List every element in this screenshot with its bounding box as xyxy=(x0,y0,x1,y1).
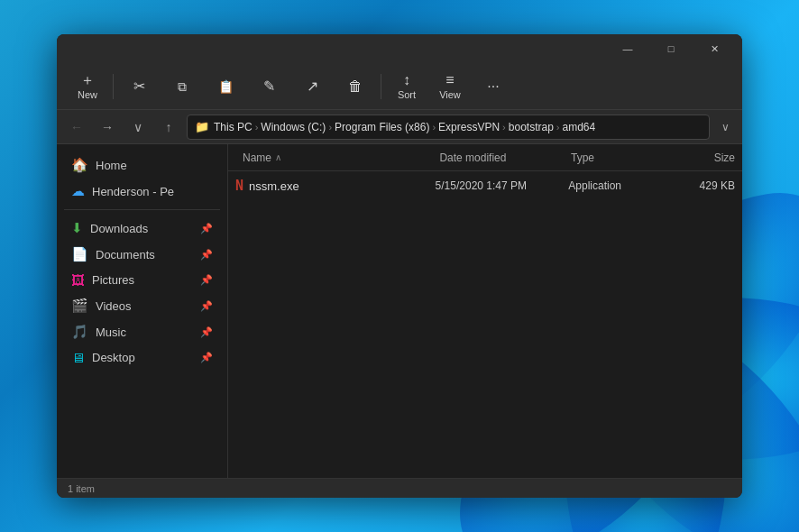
cloud-icon: ☁ xyxy=(71,183,85,199)
address-chevron-button[interactable]: ∨ xyxy=(715,115,735,140)
explorer-window: — □ ✕ ＋ New ✂ ⧉ 📋 ✎ ↗ 🗑 ↕ xyxy=(57,34,742,498)
file-size: 429 KB xyxy=(668,179,735,192)
sidebar-item-onedrive-label: Henderson - Pe xyxy=(92,185,213,198)
minimize-button[interactable]: — xyxy=(607,34,648,63)
delete-button[interactable]: 🗑 xyxy=(335,67,375,106)
address-path[interactable]: 📁 This PC › Windows (C:) › Program Files… xyxy=(187,115,710,140)
file-name: nssm.exe xyxy=(249,179,299,193)
cut-button[interactable]: ✂ xyxy=(119,67,159,106)
pin-icon-6: 📌 xyxy=(200,352,213,363)
path-segment-bootstrap[interactable]: bootstrap xyxy=(509,121,554,133)
col-header-size[interactable]: Size xyxy=(669,151,735,164)
sidebar-divider xyxy=(64,209,220,210)
sidebar-item-music-label: Music xyxy=(96,326,193,339)
music-icon: 🎵 xyxy=(71,324,88,340)
title-bar: — □ ✕ xyxy=(57,34,742,63)
pin-icon: 📌 xyxy=(200,223,213,234)
col-header-type[interactable]: Type xyxy=(571,151,669,164)
close-button[interactable]: ✕ xyxy=(693,34,735,63)
exe-icon: N xyxy=(235,178,243,194)
sidebar-item-desktop[interactable]: 🖥 Desktop 📌 xyxy=(60,345,224,370)
more-icon: ··· xyxy=(487,79,499,94)
path-segment-this-pc[interactable]: This PC xyxy=(214,121,253,133)
pin-icon-2: 📌 xyxy=(200,249,213,261)
view-icon: ≡ xyxy=(445,73,454,87)
path-segment-amd64[interactable]: amd64 xyxy=(563,121,596,133)
path-segment-program-files[interactable]: Program Files (x86) xyxy=(335,121,429,133)
file-date: 5/15/2020 1:47 PM xyxy=(436,179,569,192)
file-type: Application xyxy=(568,179,668,192)
file-row[interactable]: N nssm.exe 5/15/2020 1:47 PM Application… xyxy=(228,171,742,200)
file-list-header: Name ∧ Date modified Type Size xyxy=(228,144,742,171)
videos-icon: 🎬 xyxy=(71,298,88,314)
separator-1 xyxy=(113,74,114,99)
rename-icon: ✎ xyxy=(263,79,275,94)
new-label: New xyxy=(78,89,97,100)
sort-label: Sort xyxy=(398,89,416,100)
status-bar: 1 item xyxy=(57,478,742,498)
col-header-date[interactable]: Date modified xyxy=(439,151,571,164)
col-header-name[interactable]: Name ∧ xyxy=(235,151,439,164)
maximize-button[interactable]: □ xyxy=(650,34,692,63)
home-icon: 🏠 xyxy=(71,157,88,173)
view-label: View xyxy=(439,89,461,100)
paste-button[interactable]: 📋 xyxy=(206,67,245,106)
share-icon: ↗ xyxy=(307,79,318,94)
paste-icon: 📋 xyxy=(218,80,234,93)
sidebar-item-videos-label: Videos xyxy=(96,299,193,313)
more-button[interactable]: ··· xyxy=(473,67,513,106)
rename-button[interactable]: ✎ xyxy=(249,67,289,106)
expand-button[interactable]: ∨ xyxy=(125,115,151,140)
sidebar-item-documents[interactable]: 📄 Documents 📌 xyxy=(60,242,224,267)
pin-icon-4: 📌 xyxy=(200,300,213,312)
sidebar-item-home[interactable]: 🏠 Home xyxy=(60,152,224,178)
sidebar-item-downloads-label: Downloads xyxy=(90,222,193,235)
sidebar-item-documents-label: Documents xyxy=(96,248,193,261)
sidebar-item-downloads[interactable]: ⬇ Downloads 📌 xyxy=(60,216,224,241)
path-segment-windows-c[interactable]: Windows (C:) xyxy=(261,121,326,133)
back-button[interactable]: ← xyxy=(64,115,89,140)
address-bar: ← → ∨ ↑ 📁 This PC › Windows (C:) › Progr… xyxy=(57,110,742,144)
share-button[interactable]: ↗ xyxy=(292,67,332,106)
sidebar-item-desktop-label: Desktop xyxy=(92,351,193,364)
sidebar: 🏠 Home ☁ Henderson - Pe ⬇ Downloads 📌 📄 … xyxy=(57,144,228,478)
sidebar-item-home-label: Home xyxy=(96,159,213,172)
status-text: 1 item xyxy=(68,483,95,494)
file-area: Name ∧ Date modified Type Size N nssm.ex… xyxy=(228,144,742,478)
folder-icon: 📁 xyxy=(195,120,209,133)
file-name-cell: N nssm.exe xyxy=(235,178,436,194)
path-segment-expressvpn[interactable]: ExpressVPN xyxy=(438,121,500,133)
sidebar-item-videos[interactable]: 🎬 Videos 📌 xyxy=(60,293,224,318)
pictures-icon: 🖼 xyxy=(71,272,85,288)
sort-icon: ↕ xyxy=(403,73,410,87)
title-bar-controls: — □ ✕ xyxy=(607,34,735,63)
pin-icon-3: 📌 xyxy=(200,274,213,286)
forward-button[interactable]: → xyxy=(95,115,120,140)
sidebar-item-music[interactable]: 🎵 Music 📌 xyxy=(60,319,224,344)
new-icon: ＋ xyxy=(80,73,95,87)
sort-arrow-name: ∧ xyxy=(275,152,281,162)
documents-icon: 📄 xyxy=(71,246,88,262)
separator-2 xyxy=(381,74,381,99)
delete-icon: 🗑 xyxy=(348,79,363,94)
sidebar-item-pictures-label: Pictures xyxy=(92,273,193,287)
copy-icon: ⧉ xyxy=(178,80,187,93)
up-button[interactable]: ↑ xyxy=(156,115,181,140)
pin-icon-5: 📌 xyxy=(200,326,213,338)
desktop-icon: 🖥 xyxy=(71,350,85,365)
copy-button[interactable]: ⧉ xyxy=(162,67,202,106)
main-area: 🏠 Home ☁ Henderson - Pe ⬇ Downloads 📌 📄 … xyxy=(57,144,742,478)
sidebar-item-pictures[interactable]: 🖼 Pictures 📌 xyxy=(60,268,224,292)
toolbar: ＋ New ✂ ⧉ 📋 ✎ ↗ 🗑 ↕ Sort ≡ View xyxy=(57,63,742,110)
sidebar-item-onedrive[interactable]: ☁ Henderson - Pe xyxy=(60,179,224,204)
new-button[interactable]: ＋ New xyxy=(68,67,107,106)
cut-icon: ✂ xyxy=(133,79,145,94)
sort-button[interactable]: ↕ Sort xyxy=(387,67,427,106)
view-button[interactable]: ≡ View xyxy=(430,67,470,106)
downloads-icon: ⬇ xyxy=(71,220,83,236)
